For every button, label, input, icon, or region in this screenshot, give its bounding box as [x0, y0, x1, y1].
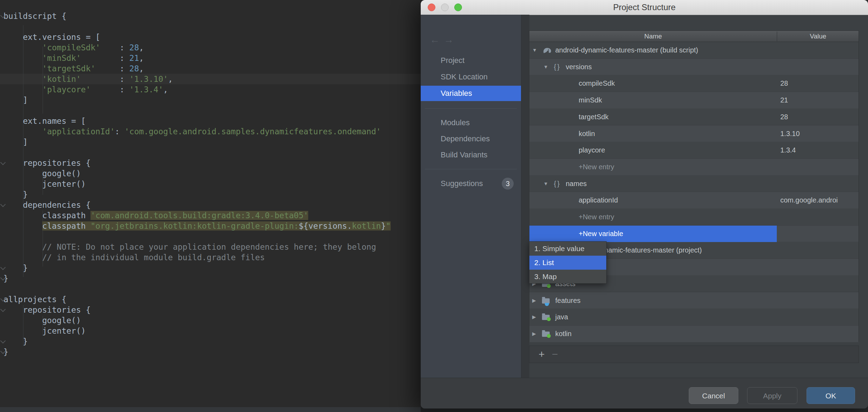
code-line[interactable]: ] — [0, 95, 421, 105]
row-value[interactable]: 28 — [780, 75, 788, 92]
code-line[interactable]: } — [0, 189, 421, 200]
code-line[interactable]: ] — [0, 137, 421, 147]
table-row-names[interactable]: ▼{}names — [529, 176, 859, 192]
table-row--new-variable[interactable]: +New variable — [529, 226, 859, 242]
code-line[interactable]: jcenter() — [0, 326, 421, 336]
sidebar-item-build-variants[interactable]: Build Variants — [421, 147, 521, 163]
table-row-java[interactable]: ▶java — [529, 309, 859, 326]
table-row-kotlin[interactable]: ▶kotlin — [529, 326, 859, 342]
code-segment: repositories { — [3, 305, 91, 314]
sidebar-item-dependencies[interactable]: Dependencies — [421, 131, 521, 147]
table-row-kotlin[interactable]: kotlin1.3.10 — [529, 126, 859, 142]
code-line[interactable]: } — [0, 336, 421, 347]
row-value[interactable]: com.google.androi — [780, 192, 838, 209]
row-name[interactable]: versions — [566, 59, 592, 76]
dialog-titlebar[interactable]: Project Structure — [421, 0, 868, 15]
row-name[interactable]: java — [555, 309, 568, 326]
sidebar-item-project[interactable]: Project — [421, 53, 521, 68]
sidebar-item-variables[interactable]: Variables — [421, 86, 521, 101]
forward-arrow-icon[interactable]: → — [444, 34, 454, 45]
row-value[interactable]: 1.3.4 — [780, 142, 796, 159]
code-line[interactable]: // in the individual module build.gradle… — [0, 252, 421, 263]
code-line[interactable]: classpath "org.jetbrains.kotlin:kotlin-g… — [0, 221, 421, 231]
chevron-down-icon[interactable]: ▼ — [532, 42, 537, 59]
sidebar-item-modules[interactable]: Modules — [421, 115, 521, 130]
add-button[interactable]: + — [536, 346, 548, 363]
row-name[interactable]: +New entry — [579, 209, 614, 226]
code-line[interactable]: buildscript { — [0, 11, 421, 21]
popup-item-simple-value[interactable]: 1. Simple value — [529, 242, 606, 256]
code-line[interactable] — [0, 147, 421, 158]
row-name[interactable]: features — [555, 292, 580, 309]
code-line[interactable]: } — [0, 263, 421, 273]
code-line[interactable]: // NOTE: Do not place your application d… — [0, 242, 421, 252]
code-line[interactable]: 'applicationId': 'com.google.android.sam… — [0, 126, 421, 137]
row-value[interactable]: 1.3.10 — [780, 126, 800, 142]
table-row--new-entry[interactable]: +New entry — [529, 209, 859, 226]
new-variable-selected-band[interactable] — [529, 226, 777, 242]
remove-button[interactable]: − — [549, 346, 561, 363]
code-line[interactable]: 'targetSdk' : 28, — [0, 63, 421, 74]
sidebar-item-sdk-location[interactable]: SDK Location — [421, 69, 521, 85]
table-row-targetsdk[interactable]: targetSdk28 — [529, 109, 859, 126]
row-name[interactable]: playcore — [579, 142, 605, 159]
code-line[interactable]: repositories { — [0, 158, 421, 168]
code-editor[interactable]: buildscript { ext.versions = [ 'compileS… — [0, 0, 421, 407]
code-line[interactable] — [0, 105, 421, 116]
ok-button[interactable]: OK — [806, 387, 855, 404]
table-row-android-dynamic-features-master-build-script-[interactable]: ▼android-dynamic-features-master (build … — [529, 42, 859, 59]
row-name[interactable]: names — [566, 176, 587, 192]
chevron-right-icon[interactable]: ▶ — [532, 292, 536, 309]
chevron-down-icon[interactable]: ▼ — [543, 176, 548, 192]
table-row-versions[interactable]: ▼{}versions — [529, 59, 859, 76]
column-header-value[interactable]: Value — [777, 31, 859, 42]
table-row-applicationid[interactable]: applicationIdcom.google.androi — [529, 192, 859, 209]
table-row-compilesdk[interactable]: compileSdk28 — [529, 75, 859, 92]
row-name[interactable]: android-dynamic-features-master (build s… — [555, 42, 698, 59]
chevron-right-icon[interactable]: ▶ — [532, 309, 536, 326]
row-name[interactable]: compileSdk — [579, 75, 615, 92]
column-header-name[interactable]: Name — [529, 31, 777, 42]
code-line[interactable]: ext.names = [ — [0, 116, 421, 126]
popup-item-list[interactable]: 2. List — [529, 256, 606, 270]
code-line[interactable] — [0, 284, 421, 294]
code-line[interactable]: repositories { — [0, 305, 421, 315]
row-name[interactable]: kotlin — [579, 126, 595, 142]
code-line[interactable]: allprojects { — [0, 294, 421, 305]
row-name[interactable]: kotlin — [555, 326, 572, 342]
table-header[interactable]: Name Value — [529, 31, 859, 42]
cancel-button[interactable]: Cancel — [689, 387, 738, 404]
back-arrow-icon[interactable]: ← — [430, 34, 440, 45]
table-row--new-entry[interactable]: +New entry — [529, 159, 859, 176]
popup-item-map[interactable]: 3. Map — [529, 270, 606, 284]
row-value[interactable]: 21 — [780, 92, 788, 109]
table-row-features[interactable]: ▶features — [529, 292, 859, 309]
row-name[interactable]: +New entry — [579, 159, 614, 176]
table-row-minsdk[interactable]: minSdk21 — [529, 92, 859, 109]
code-line[interactable]: jcenter() — [0, 179, 421, 189]
code-line[interactable]: google() — [0, 315, 421, 326]
code-line[interactable]: 'compileSdk' : 28, — [0, 42, 421, 53]
code-line[interactable]: } — [0, 273, 421, 284]
chevron-right-icon[interactable]: ▶ — [532, 326, 536, 342]
code-line[interactable]: 'kotlin' : '1.3.10', — [0, 74, 421, 84]
code-line[interactable]: dependencies { — [0, 200, 421, 210]
chevron-down-icon[interactable]: ▼ — [543, 59, 548, 76]
code-line[interactable]: } — [0, 347, 421, 357]
code-line[interactable] — [0, 21, 421, 32]
code-line[interactable] — [0, 231, 421, 242]
apply-button: Apply — [747, 387, 797, 404]
row-name[interactable]: minSdk — [579, 92, 602, 109]
row-value[interactable]: 28 — [780, 109, 788, 126]
code-line[interactable]: 'minSdk' : 21, — [0, 53, 421, 63]
new-variable-label[interactable]: +New variable — [579, 226, 623, 242]
code-segment: : — [100, 43, 129, 52]
code-line[interactable]: 'playcore' : '1.3.4', — [0, 84, 421, 95]
table-row-playcore[interactable]: playcore1.3.4 — [529, 142, 859, 159]
code-line[interactable]: classpath 'com.android.tools.build:gradl… — [0, 210, 421, 221]
column-separator[interactable] — [777, 31, 777, 41]
code-line[interactable]: google() — [0, 168, 421, 179]
code-line[interactable]: ext.versions = [ — [0, 32, 421, 42]
row-name[interactable]: targetSdk — [579, 109, 609, 126]
row-name[interactable]: applicationId — [579, 192, 618, 209]
